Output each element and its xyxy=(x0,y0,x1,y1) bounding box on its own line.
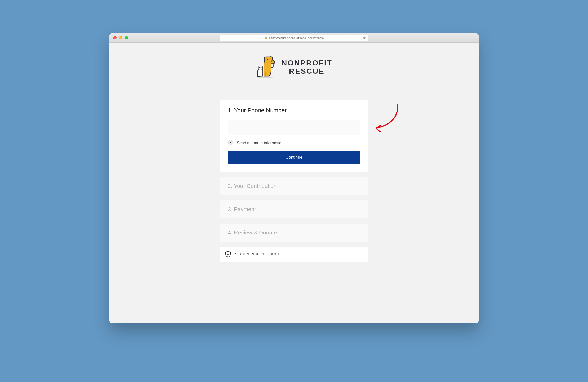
ssl-label: SECURE SSL CHECKOUT xyxy=(235,252,282,256)
opt-in-radio[interactable] xyxy=(228,140,233,145)
step-3-card[interactable]: 3. Payment xyxy=(220,200,368,218)
phone-number-input[interactable] xyxy=(228,120,360,135)
donation-form: 1. Your Phone Number Send me more inform… xyxy=(220,100,368,262)
minimize-window-button[interactable] xyxy=(119,36,122,39)
step-4-card[interactable]: 4. Review & Donate xyxy=(220,224,368,242)
step-1-card: 1. Your Phone Number Send me more inform… xyxy=(220,100,368,172)
browser-titlebar: 🔒 https://secured.nonprofitrescue.org/do… xyxy=(109,33,479,43)
logo-icon xyxy=(256,56,276,78)
close-window-button[interactable] xyxy=(113,36,117,39)
browser-window: 🔒 https://secured.nonprofitrescue.org/do… xyxy=(109,33,479,323)
step-4-title: 4. Review & Donate xyxy=(228,229,360,236)
brand-name: NONPROFIT RESCUE xyxy=(282,59,332,75)
step-1-title: 1. Your Phone Number xyxy=(228,107,360,114)
brand-line-2: RESCUE xyxy=(289,67,332,75)
url-text: https://secured.nonprofitrescue.org/dona… xyxy=(269,36,324,39)
continue-button[interactable]: Continue xyxy=(228,151,360,164)
svg-point-4 xyxy=(261,69,262,70)
header-divider xyxy=(109,88,479,88)
svg-line-6 xyxy=(257,72,259,72)
svg-point-3 xyxy=(259,69,260,70)
step-3-title: 3. Payment xyxy=(228,206,360,212)
opt-in-row: Send me more information! xyxy=(228,140,360,145)
step-2-title: 2. Your Contribution xyxy=(228,183,360,189)
lock-icon: 🔒 xyxy=(264,36,268,39)
brand-line-1: NONPROFIT xyxy=(282,59,332,67)
site-header: NONPROFIT RESCUE xyxy=(109,53,479,88)
opt-in-label: Send me more information! xyxy=(237,140,285,145)
ssl-badge-row: SECURE SSL CHECKOUT xyxy=(220,247,368,262)
page-content: NONPROFIT RESCUE 1. Your Phone Number Se… xyxy=(109,43,479,323)
window-controls xyxy=(113,36,128,39)
url-bar[interactable]: 🔒 https://secured.nonprofitrescue.org/do… xyxy=(220,35,368,41)
svg-point-0 xyxy=(267,59,268,60)
maximize-window-button[interactable] xyxy=(125,36,128,39)
refresh-icon[interactable]: ⟳ xyxy=(363,36,366,40)
callout-arrow-icon xyxy=(371,103,403,137)
svg-point-7 xyxy=(257,76,274,78)
step-2-card[interactable]: 2. Your Contribution xyxy=(220,177,368,195)
shield-check-icon xyxy=(225,251,231,257)
